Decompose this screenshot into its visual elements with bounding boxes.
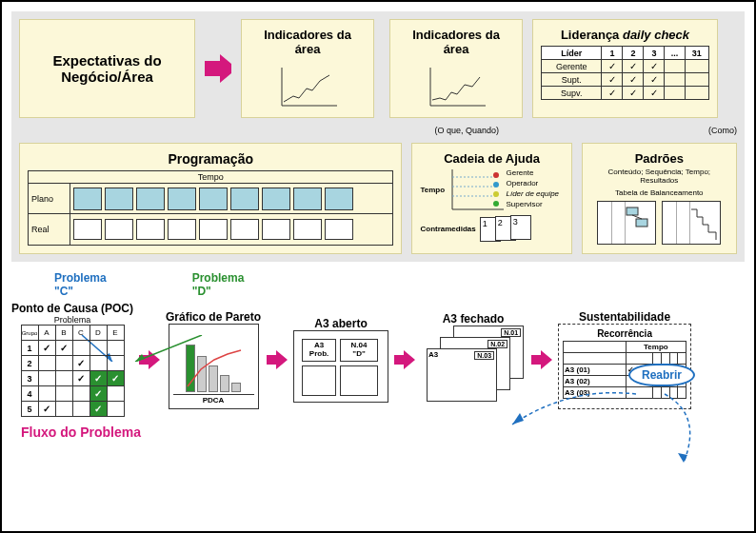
fluxo-label: Fluxo do Problema [21, 424, 745, 440]
lideranca-title: Liderança daily check [561, 28, 689, 42]
prog-real-label: Real [29, 214, 70, 245]
indicadores-title-1: Indicadores da área [249, 28, 366, 56]
cadeia-roles: Gerente Operador Líder de equipe Supervi… [506, 168, 559, 211]
stage-sustentabilidade: Sustentabilidade Recorrência Tempo A3 (0… [558, 310, 691, 409]
prog-tempo: Tempo [29, 171, 392, 184]
a3-open-title: A3 aberto [314, 317, 367, 330]
card-indicadores-2: Indicadores da área [389, 19, 523, 118]
row-2: Programação Tempo Plano Real [19, 143, 737, 254]
pareto-title: Gráfico de Pareto [166, 310, 261, 324]
card-programacao: Programação Tempo Plano Real [19, 143, 402, 254]
padroes-sub: Conteúdo; Sequência; Tempo; Resultados [590, 168, 728, 185]
svg-marker-21 [678, 453, 687, 463]
bottom-flow: Problema"C" Problema"D" Ponto de Causa (… [11, 271, 745, 440]
a3-open-sheet: A3Prob. N.04"D" [293, 330, 388, 403]
diagram-frame: Expectativas do Negócio/Área Indicadores… [0, 0, 756, 533]
leadership-table: Líder 1 2 3 ... 31 Gerente✓✓✓ Supt.✓✓✓ S… [541, 46, 709, 100]
card-lideranca: Liderança daily check Líder 1 2 3 ... 31… [532, 19, 718, 118]
svg-line-12 [632, 215, 642, 219]
contramedidas-label: Contramedidas [420, 225, 475, 233]
plano-bars [70, 185, 392, 213]
caption-oque: (O que, Quando) [434, 126, 499, 135]
a3-closed-stack: N.01 N.02 A3N.03 [421, 326, 526, 407]
real-bars [70, 216, 392, 243]
arrow-right-icon [205, 52, 231, 85]
row-1: Expectativas do Negócio/Área Indicadores… [19, 19, 737, 118]
poc-title: Ponto de Causa (POC) [11, 302, 133, 315]
svg-point-7 [493, 182, 499, 188]
flow-stages: Ponto de Causa (POC) Problema GrupoABCDE… [11, 302, 745, 417]
svg-point-9 [493, 201, 499, 207]
poc-sub: Problema [54, 315, 91, 325]
caption-como: (Como) [708, 126, 737, 135]
cadeia-title: Cadeia de Ajuda [420, 151, 563, 166]
a3-closed-title: A3 fechado [443, 312, 505, 326]
svg-marker-0 [205, 54, 231, 83]
card-expectativas: Expectativas do Negócio/Área [19, 19, 195, 118]
card-indicadores-1: Indicadores da área [241, 19, 374, 118]
svg-marker-18 [267, 350, 288, 369]
stage-poc: Ponto de Causa (POC) Problema GrupoABCDE… [11, 302, 133, 417]
problem-labels: Problema"C" Problema"D" [11, 271, 745, 298]
problema-d-label: Problema"D" [192, 271, 245, 298]
flow-arrow-3 [394, 350, 415, 369]
recorrencia-label: Recorrência [563, 328, 686, 339]
sust-title: Sustentabilidade [579, 310, 670, 324]
flow-arrow-4 [531, 350, 552, 369]
padroes-title: Padrões [590, 151, 728, 166]
svg-marker-19 [394, 350, 415, 369]
arrow-expect-to-indicators [205, 19, 231, 118]
reabrir-badge: Reabrir [628, 364, 695, 386]
stage-a3-closed: A3 fechado N.01 N.02 A3N.03 [421, 312, 526, 407]
expectativas-text: Expectativas do Negócio/Área [28, 52, 187, 85]
svg-point-8 [493, 191, 499, 197]
pdca-label: PDCA [173, 394, 254, 405]
card-cadeia: Cadeia de Ajuda Tempo [411, 143, 571, 254]
cadeia-tempo: Tempo [420, 168, 448, 211]
col-lider: Líder [542, 47, 602, 60]
prog-plano-label: Plano [29, 184, 70, 213]
step-chart-icon [662, 201, 721, 245]
line-chart-icon [274, 62, 341, 109]
line-chart-icon [423, 62, 489, 109]
programacao-grid: Tempo Plano Real [28, 170, 393, 246]
indicadores-title-2: Indicadores da área [398, 28, 514, 56]
problema-c-label: Problema"C" [54, 271, 107, 298]
svg-rect-10 [627, 207, 638, 215]
flow-arrow-2 [267, 350, 288, 369]
balance-table-icon [597, 201, 656, 245]
poc-table: GrupoABCDE 1✓✓ 2✓ 3✓✓✓ 4✓ 5✓✓ [21, 325, 125, 417]
contramedidas-sheets: 123 [480, 215, 533, 242]
captions-row: (O que, Quando) (Como) [19, 126, 737, 135]
card-padroes: Padrões Conteúdo; Sequência; Tempo; Resu… [582, 143, 737, 254]
svg-marker-20 [531, 350, 552, 369]
stage-a3-open: A3 aberto A3Prob. N.04"D" [293, 317, 388, 403]
escalation-chart-icon [448, 168, 506, 211]
padroes-sub2: Tabela de Balanceamento [590, 188, 728, 197]
top-band: Expectativas do Negócio/Área Indicadores… [11, 11, 745, 262]
svg-point-6 [493, 172, 499, 178]
svg-rect-11 [636, 219, 647, 227]
programacao-title: Programação [28, 151, 393, 167]
